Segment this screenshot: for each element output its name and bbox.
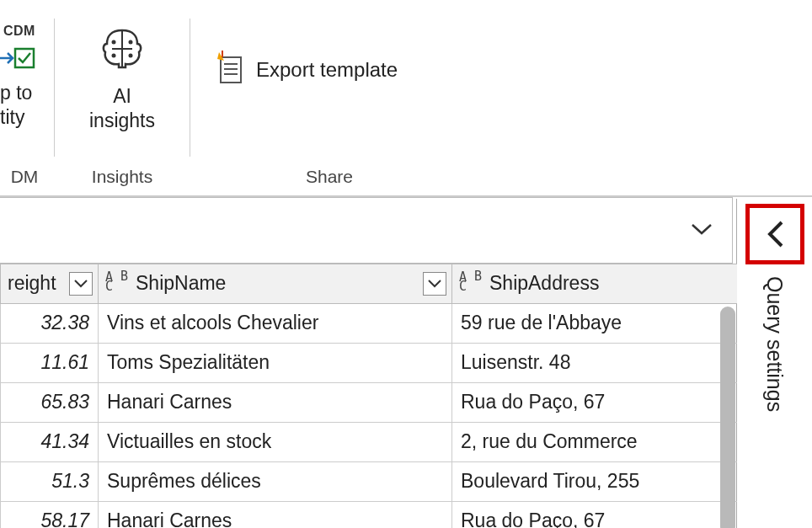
query-settings-title: Query settings — [762, 276, 787, 412]
column-header-freight-label: reight — [8, 272, 56, 295]
cdm-badge: CDM — [3, 24, 35, 39]
ribbon-group-cdm: CDM p to tity DM — [0, 0, 54, 195]
ribbon: CDM p to tity DM — [0, 0, 812, 197]
map-to-entity-label-2: tity — [0, 105, 49, 130]
data-table: reight B ShipName B — [0, 264, 737, 528]
column-filter-freight[interactable] — [69, 272, 93, 296]
ai-insights-label: AI insights — [89, 84, 155, 133]
cell-freight[interactable]: 11.61 — [1, 343, 99, 382]
text-type-icon: B — [459, 272, 484, 295]
cell-shipname[interactable]: Hanari Carnes — [99, 382, 452, 422]
vertical-scrollbar-thumb[interactable] — [720, 307, 735, 528]
chevron-left-icon — [763, 217, 787, 251]
table-row[interactable]: 32.38Vins et alcools Chevalier59 rue de … — [1, 303, 738, 343]
column-header-shipname-label: ShipName — [136, 272, 226, 295]
cell-shipname[interactable]: Hanari Carnes — [99, 501, 452, 528]
column-header-shipaddress[interactable]: B ShipAddress — [452, 264, 738, 303]
cell-freight[interactable]: 32.38 — [1, 303, 99, 343]
cell-shipname[interactable]: Vins et alcools Chevalier — [99, 303, 452, 343]
cell-shipaddress[interactable]: Luisenstr. 48 — [452, 343, 738, 382]
table-row[interactable]: 11.61Toms SpezialitätenLuisenstr. 48 — [1, 343, 738, 382]
cell-shipaddress[interactable]: Boulevard Tirou, 255 — [452, 461, 738, 501]
formula-bar — [0, 197, 733, 264]
map-to-entity-label-1: p to — [0, 81, 49, 105]
column-header-shipname[interactable]: B ShipName — [99, 264, 452, 303]
column-filter-shipname[interactable] — [423, 272, 446, 296]
ai-insights-button[interactable]: AI insights — [89, 25, 155, 133]
cell-freight[interactable]: 65.83 — [1, 382, 99, 422]
cell-shipaddress[interactable]: 59 rue de l'Abbaye — [452, 303, 738, 343]
cell-freight[interactable]: 58.17 — [1, 501, 99, 528]
cell-shipaddress[interactable]: Rua do Paço, 67 — [452, 382, 738, 422]
ribbon-group-share: Export template Share — [190, 0, 468, 195]
cell-shipaddress[interactable]: 2, rue du Commerce — [452, 422, 738, 461]
table-row[interactable]: 58.17Hanari CarnesRua do Paço, 67 — [1, 501, 738, 528]
svg-point-3 — [111, 40, 115, 45]
query-settings-panel-collapsed: Query settings — [736, 199, 812, 528]
ribbon-group-label-share: Share — [200, 167, 458, 192]
ribbon-group-insights: AI insights Insights — [55, 0, 190, 195]
svg-point-5 — [111, 54, 115, 58]
export-template-label: Export template — [256, 58, 398, 82]
brain-icon — [95, 25, 149, 77]
table-row[interactable]: 65.83Hanari CarnesRua do Paço, 67 — [1, 382, 738, 422]
map-to-entity-icon[interactable] — [0, 44, 35, 76]
text-type-icon: B — [105, 272, 131, 295]
svg-point-6 — [128, 54, 132, 58]
expand-query-settings-button[interactable] — [745, 204, 804, 264]
svg-point-4 — [128, 40, 132, 45]
table-row[interactable]: 41.34Victuailles en stock2, rue du Comme… — [1, 422, 738, 461]
ribbon-group-label-insights: Insights — [65, 167, 179, 192]
svg-rect-0 — [15, 49, 34, 67]
export-template-button[interactable]: Export template — [200, 25, 398, 89]
formula-expand-button[interactable] — [681, 220, 732, 242]
formula-input[interactable] — [0, 198, 681, 263]
export-template-icon — [216, 51, 244, 89]
cell-shipname[interactable]: Suprêmes délices — [99, 461, 452, 501]
data-table-wrapper: reight B ShipName B — [0, 264, 737, 528]
cell-shipname[interactable]: Victuailles en stock — [99, 422, 452, 461]
cell-shipaddress[interactable]: Rua do Paço, 67 — [452, 501, 738, 528]
cell-shipname[interactable]: Toms Spezialitäten — [99, 343, 452, 382]
ribbon-group-label-cdm: DM — [0, 167, 49, 192]
column-header-freight[interactable]: reight — [1, 264, 99, 303]
cell-freight[interactable]: 41.34 — [1, 422, 99, 461]
table-row[interactable]: 51.3Suprêmes délicesBoulevard Tirou, 255 — [1, 461, 738, 501]
column-header-shipaddress-label: ShipAddress — [489, 272, 599, 295]
cell-freight[interactable]: 51.3 — [1, 461, 99, 501]
